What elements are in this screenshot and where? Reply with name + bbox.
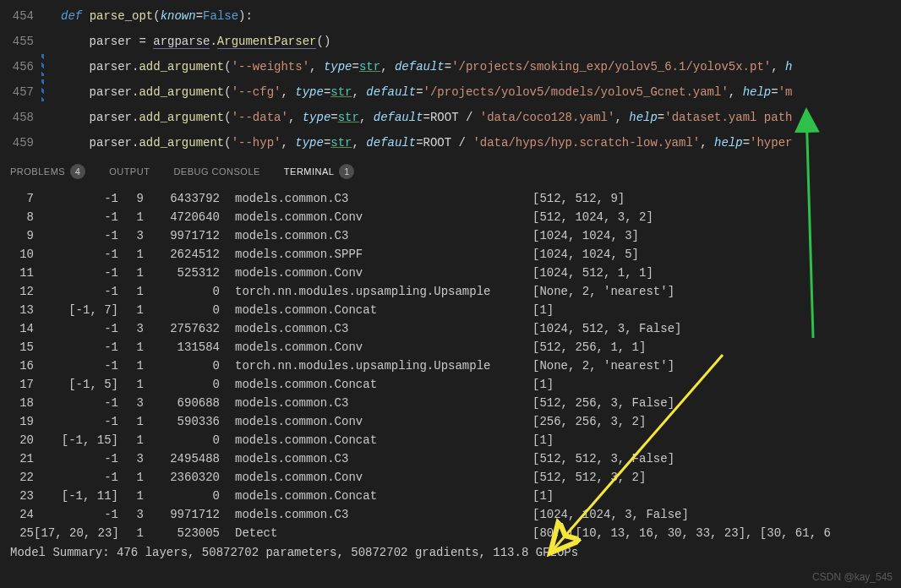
code-line[interactable]: 455 parser = argparse.ArgumentParser() [0,29,901,54]
terminal-row: 11-11525312models.common.Conv[1024, 512,… [10,264,891,282]
terminal-cell: -1 [34,208,118,226]
code-editor[interactable]: 454def parse_opt(known=False):455 parser… [0,0,901,155]
terminal-cell: 0 [144,282,220,301]
terminal-cell: 19 [10,412,34,431]
terminal-cell: 7 [10,189,34,208]
terminal-cell: -1 [34,338,118,357]
terminal-cell: 590336 [144,412,220,431]
terminal-cell: [1] [532,375,891,394]
terminal-cell: [-1, 5] [34,375,118,394]
terminal-cell: Detect [220,524,532,542]
terminal-cell: 1 [118,431,144,449]
panel-tabs: PROBLEMS 4 OUTPUT DEBUG CONSOLE TERMINAL… [0,155,901,186]
terminal-cell: 1 [118,357,144,375]
problems-badge: 4 [70,164,85,179]
terminal-cell: 23 [10,487,34,505]
code-content[interactable]: def parse_opt(known=False): [61,3,901,29]
terminal-cell: 2624512 [144,245,220,264]
terminal-row: 24-139971712models.common.C3[1024, 1024,… [10,505,891,524]
terminal-cell: -1 [34,357,118,375]
terminal-cell: [None, 2, 'nearest'] [532,282,891,301]
terminal-cell: [512, 1024, 3, 2] [532,208,891,226]
terminal-cell: -1 [34,319,118,338]
terminal-cell: 0 [144,487,220,505]
terminal-cell: [-1, 11] [34,487,118,505]
terminal-cell: [1024, 1024, 3] [532,226,891,245]
code-content[interactable]: parser.add_argument('--cfg', type=str, d… [61,79,901,105]
terminal-cell: 6433792 [144,189,220,208]
terminal-cell: 2495488 [144,449,220,468]
terminal-panel[interactable]: 7-196433792models.common.C3[512, 512, 9]… [0,186,901,546]
terminal-cell: models.common.Conv [220,264,532,282]
terminal-row: 19-11590336models.common.Conv[256, 256, … [10,412,891,431]
terminal-cell: models.common.SPPF [220,245,532,264]
terminal-cell: 11 [10,264,34,282]
watermark: CSDN @kay_545 [812,571,893,583]
diff-indicator [41,79,44,101]
terminal-row: 10-112624512models.common.SPPF[1024, 102… [10,245,891,264]
terminal-cell: [256, 256, 3, 2] [532,412,891,431]
terminal-row: 22-112360320models.common.Conv[512, 512,… [10,468,891,487]
terminal-cell: -1 [34,394,118,412]
terminal-cell: 8 [10,208,34,226]
gutter [41,79,61,101]
terminal-cell: 2757632 [144,319,220,338]
terminal-row: 17[-1, 5]10models.common.Concat[1] [10,375,891,394]
terminal-cell: torch.nn.modules.upsampling.Upsample [220,282,532,301]
terminal-row: 25[17, 20, 23]1523005Detect[80, [[10, 13… [10,524,891,542]
terminal-cell: 13 [10,301,34,319]
line-number: 456 [0,54,41,79]
terminal-cell: [1] [532,301,891,319]
terminal-cell: 25 [10,524,34,542]
code-content[interactable]: parser = argparse.ArgumentParser() [61,29,901,54]
terminal-cell: models.common.Conv [220,468,532,487]
terminal-cell: [1024, 1024, 5] [532,245,891,264]
terminal-cell: models.common.Conv [220,208,532,226]
terminal-cell: 9 [10,226,34,245]
code-content[interactable]: parser.add_argument('--hyp', type=str, d… [61,130,901,155]
code-content[interactable]: parser.add_argument('--data', type=str, … [61,105,901,130]
code-line[interactable]: 457 parser.add_argument('--cfg', type=st… [0,79,901,105]
terminal-cell: 0 [144,301,220,319]
terminal-cell: -1 [34,505,118,524]
code-content[interactable]: parser.add_argument('--weights', type=st… [61,54,901,79]
terminal-cell: 1 [118,468,144,487]
terminal-cell: 17 [10,375,34,394]
terminal-cell: [None, 2, 'nearest'] [532,357,891,375]
code-line[interactable]: 458 parser.add_argument('--data', type=s… [0,105,901,130]
terminal-cell: 1 [118,208,144,226]
terminal-cell: -1 [34,412,118,431]
tab-output-label: OUTPUT [109,166,150,177]
code-line[interactable]: 459 parser.add_argument('--hyp', type=st… [0,130,901,155]
terminal-cell: [512, 256, 3, False] [532,394,891,412]
terminal-cell: 14 [10,319,34,338]
terminal-cell: models.common.Concat [220,487,532,505]
tab-debug-label: DEBUG CONSOLE [173,166,259,177]
terminal-cell: 1 [118,245,144,264]
code-line[interactable]: 456 parser.add_argument('--weights', typ… [0,54,901,79]
terminal-cell: models.common.Concat [220,431,532,449]
terminal-cell: models.common.Conv [220,338,532,357]
terminal-cell: -1 [34,264,118,282]
terminal-row: 20[-1, 15]10models.common.Concat[1] [10,431,891,449]
terminal-cell: [-1, 7] [34,301,118,319]
terminal-cell: 21 [10,449,34,468]
terminal-row: 14-132757632models.common.C3[1024, 512, … [10,319,891,338]
terminal-cell: [1] [532,431,891,449]
terminal-cell: 525312 [144,264,220,282]
tab-problems[interactable]: PROBLEMS 4 [10,164,85,179]
terminal-cell: -1 [34,226,118,245]
terminal-cell: models.common.Concat [220,375,532,394]
tab-problems-label: PROBLEMS [10,166,65,177]
terminal-cell: -1 [34,282,118,301]
code-line[interactable]: 454def parse_opt(known=False): [0,3,901,29]
tab-terminal[interactable]: TERMINAL 1 [284,164,355,179]
tab-output[interactable]: OUTPUT [109,166,150,177]
terminal-row: 18-13690688models.common.C3[512, 256, 3,… [10,394,891,412]
terminal-cell: 131584 [144,338,220,357]
terminal-cell: models.common.C3 [220,449,532,468]
gutter [41,54,61,76]
tab-debug-console[interactable]: DEBUG CONSOLE [173,166,259,177]
terminal-cell: 3 [118,226,144,245]
terminal-cell: 1 [118,487,144,505]
